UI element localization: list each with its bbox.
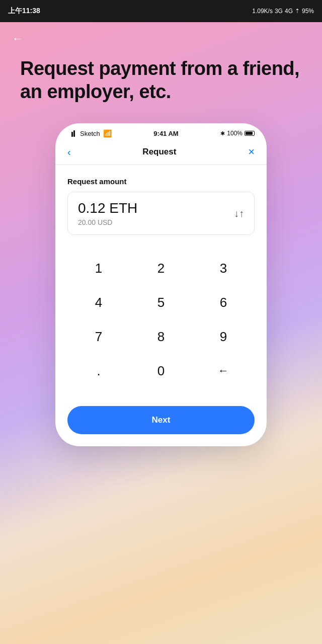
status-right: 1.09K/s 3G 4G ⇡ 95% bbox=[252, 8, 314, 15]
key-decimal[interactable]: . bbox=[73, 356, 124, 386]
numpad-row-2: 4 5 6 bbox=[67, 287, 255, 317]
back-button[interactable]: ← bbox=[12, 32, 23, 45]
main-content: ← Request payment from a friend, an empl… bbox=[0, 22, 322, 644]
phone-mockup: Sketch 📶 9:41 AM ✱ 100% ‹ Request × Requ… bbox=[55, 123, 267, 446]
key-9[interactable]: 9 bbox=[198, 321, 249, 352]
key-1[interactable]: 1 bbox=[73, 253, 124, 283]
phone-close-button[interactable]: × bbox=[248, 145, 255, 158]
signal-bars-icon bbox=[67, 130, 75, 137]
network-speed: 1.09K/s bbox=[252, 8, 273, 15]
page-title: Request payment from a friend, an employ… bbox=[20, 57, 302, 103]
amount-box: 0.12 ETH 20.00 USD ↓↑ bbox=[67, 192, 255, 235]
key-7[interactable]: 7 bbox=[73, 321, 124, 352]
key-backspace[interactable]: ← bbox=[198, 356, 249, 386]
status-bar: 上午11:38 1.09K/s 3G 4G ⇡ 95% bbox=[0, 0, 322, 22]
battery-text: 100% bbox=[227, 130, 243, 137]
next-button[interactable]: Next bbox=[67, 406, 255, 434]
wifi-icon-phone: 📶 bbox=[103, 129, 112, 137]
request-amount-label: Request amount bbox=[67, 177, 255, 186]
key-4[interactable]: 4 bbox=[73, 287, 124, 317]
fiat-amount: 20.00 USD bbox=[78, 218, 137, 226]
numpad-row-4: . 0 ← bbox=[67, 356, 255, 386]
title-section: Request payment from a friend, an employ… bbox=[0, 57, 322, 103]
amount-display: 0.12 ETH 20.00 USD bbox=[78, 200, 137, 226]
request-section: Request amount 0.12 ETH 20.00 USD ↓↑ bbox=[55, 165, 267, 243]
phone-time: 9:41 AM bbox=[153, 130, 178, 137]
key-5[interactable]: 5 bbox=[136, 287, 186, 317]
key-2[interactable]: 2 bbox=[136, 253, 186, 283]
phone-battery: ✱ 100% bbox=[220, 130, 255, 137]
phone-back-button[interactable]: ‹ bbox=[67, 146, 71, 158]
key-0[interactable]: 0 bbox=[136, 356, 186, 386]
signal-type-2: 4G bbox=[285, 8, 293, 15]
key-6[interactable]: 6 bbox=[198, 287, 249, 317]
crypto-amount: 0.12 ETH bbox=[78, 200, 137, 216]
swap-currency-button[interactable]: ↓↑ bbox=[234, 208, 244, 219]
phone-status-left: Sketch 📶 bbox=[67, 129, 112, 137]
status-time: 上午11:38 bbox=[8, 7, 40, 16]
battery-icon bbox=[245, 131, 255, 136]
phone-status-bar: Sketch 📶 9:41 AM ✱ 100% bbox=[55, 123, 267, 141]
numpad-row-1: 1 2 3 bbox=[67, 253, 255, 283]
phone-nav-title: Request bbox=[142, 147, 176, 157]
bluetooth-icon: ✱ bbox=[220, 130, 225, 137]
phone-app-name: Sketch bbox=[80, 130, 100, 137]
wifi-icon: ⇡ bbox=[295, 8, 300, 15]
key-8[interactable]: 8 bbox=[136, 321, 186, 352]
signal-type-1: 3G bbox=[275, 8, 283, 15]
numpad-row-3: 7 8 9 bbox=[67, 321, 255, 352]
phone-nav: ‹ Request × bbox=[55, 141, 267, 165]
battery-percent: 95% bbox=[302, 8, 314, 15]
numpad: 1 2 3 4 5 6 7 8 9 . 0 ← bbox=[55, 243, 267, 402]
key-3[interactable]: 3 bbox=[198, 253, 249, 283]
